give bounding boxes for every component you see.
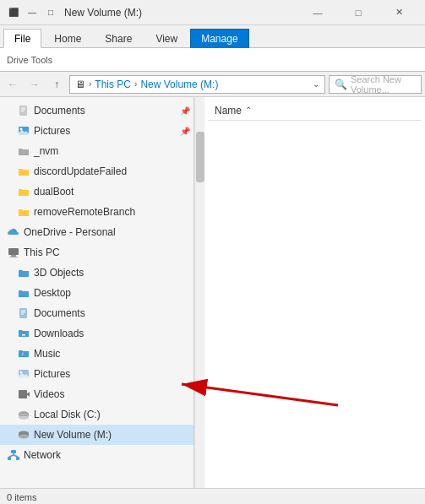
music-icon: ♪ <box>17 347 30 360</box>
path-arrow-1: › <box>89 79 91 89</box>
svg-rect-14 <box>22 334 25 336</box>
title-bar: ⬛ — □ New Volume (M:) — □ ✕ <box>0 0 425 25</box>
svg-rect-7 <box>11 255 16 257</box>
sidebar: Documents 📌 Pictures 📌 _nvm <box>0 97 194 488</box>
minimize-button[interactable]: — <box>298 0 337 25</box>
folder-icon-3dobjects <box>17 266 30 279</box>
file-empty-message <box>208 121 422 134</box>
sidebar-label-thispc: This PC <box>24 247 60 258</box>
sidebar-item-downloads[interactable]: Downloads <box>0 323 193 344</box>
sidebar-label-documents-pc: Documents <box>34 307 85 319</box>
sidebar-item-nvm[interactable]: _nvm <box>0 141 193 161</box>
close-button[interactable]: ✕ <box>379 0 418 25</box>
svg-rect-29 <box>16 457 19 460</box>
sidebar-label-music: Music <box>34 348 60 360</box>
sidebar-item-removeremote[interactable]: removeRemoteBranch <box>0 202 193 222</box>
search-icon: 🔍 <box>335 79 347 90</box>
ribbon: File Home Share View Manage Drive Tools <box>0 25 425 72</box>
sidebar-label-onedrive: OneDrive - Personal <box>24 226 116 238</box>
sidebar-label-desktop: Desktop <box>34 287 71 299</box>
sidebar-item-onedrive[interactable]: OneDrive - Personal <box>0 222 193 242</box>
window-icon: ⬛ <box>7 6 20 19</box>
sidebar-item-3dobjects[interactable]: 3D Objects <box>0 263 193 283</box>
network-icon <box>7 448 20 462</box>
svg-point-22 <box>19 415 29 420</box>
svg-line-32 <box>14 455 18 457</box>
sidebar-item-localc[interactable]: Local Disk (C:) <box>0 404 193 425</box>
ribbon-tabs: File Home Share View Manage <box>0 25 425 47</box>
ribbon-group-label: Drive Tools <box>7 55 52 65</box>
svg-rect-0 <box>19 106 27 116</box>
svg-rect-9 <box>19 308 27 318</box>
sidebar-label-discord: discordUpdateFailed <box>34 165 127 177</box>
cloud-icon <box>7 225 20 239</box>
path-thispc[interactable]: This PC <box>95 79 131 90</box>
sidebar-item-newvol[interactable]: New Volume (M:) <box>0 425 193 445</box>
address-path[interactable]: 🖥 › This PC › New Volume (M:) ⌄ <box>69 75 325 94</box>
restore-icon-small[interactable]: □ <box>44 6 57 19</box>
sidebar-label-downloads: Downloads <box>34 328 84 339</box>
search-placeholder: Search New Volume... <box>351 74 416 95</box>
up-button[interactable]: ↑ <box>47 75 66 94</box>
tab-home[interactable]: Home <box>43 29 92 47</box>
tab-manage[interactable]: Manage <box>190 29 248 48</box>
sidebar-label-3dobjects: 3D Objects <box>34 267 84 279</box>
window-title: New Volume (M:) <box>64 7 298 19</box>
column-name[interactable]: Name <box>215 105 242 117</box>
sidebar-item-music[interactable]: ♪ Music <box>0 344 193 364</box>
tab-share[interactable]: Share <box>94 29 143 47</box>
tab-view[interactable]: View <box>144 29 188 47</box>
sidebar-scrollbar-thumb[interactable] <box>196 132 204 182</box>
video-icon <box>17 387 30 401</box>
download-icon <box>17 327 30 340</box>
pic-icon <box>17 124 30 138</box>
file-area: Name ⌃ <box>204 97 425 488</box>
folder-icon-removeremote <box>17 205 30 219</box>
status-bar: 0 items <box>0 488 425 504</box>
sidebar-label-removeremote: removeRemoteBranch <box>34 206 135 218</box>
file-area-header[interactable]: Name ⌃ <box>208 100 422 121</box>
doc-icon-pc <box>17 306 30 320</box>
pic-icon-pc <box>17 367 30 381</box>
search-box[interactable]: 🔍 Search New Volume... <box>329 75 422 94</box>
disk-icon-m <box>17 428 30 442</box>
sidebar-item-videos[interactable]: Videos <box>0 384 193 404</box>
sidebar-scrollbar[interactable] <box>194 97 204 488</box>
sidebar-label-localc: Local Disk (C:) <box>34 409 101 420</box>
main-area: Documents 📌 Pictures 📌 _nvm <box>0 97 425 488</box>
folder-icon-desktop <box>17 286 30 300</box>
sidebar-label-videos: Videos <box>34 388 64 400</box>
forward-button[interactable]: → <box>25 75 44 94</box>
tab-file[interactable]: File <box>3 29 41 48</box>
status-text: 0 items <box>7 492 36 502</box>
sidebar-item-desktop[interactable]: Desktop <box>0 283 193 303</box>
sidebar-item-pictures-pc[interactable]: Pictures <box>0 364 193 384</box>
path-newvol[interactable]: New Volume (M:) <box>140 79 218 90</box>
pin-icon-pictures: 📌 <box>180 127 190 136</box>
path-dropdown-chevron[interactable]: ⌄ <box>313 79 319 89</box>
svg-rect-8 <box>9 257 18 257</box>
minimize-icon-small[interactable]: — <box>25 6 39 19</box>
folder-icon-discord <box>17 165 30 178</box>
svg-point-26 <box>19 435 29 439</box>
sidebar-label-pictures-pc: Pictures <box>34 368 70 380</box>
sort-arrow: ⌃ <box>245 106 252 115</box>
sidebar-item-documents[interactable]: Documents 📌 <box>0 100 193 121</box>
back-button[interactable]: ← <box>3 75 22 94</box>
sidebar-item-pictures-pinned[interactable]: Pictures 📌 <box>0 121 193 141</box>
folder-icon-nvm <box>17 144 30 158</box>
svg-rect-28 <box>8 457 11 460</box>
maximize-button[interactable]: □ <box>339 0 378 25</box>
sidebar-label-dualboot: dualBoot <box>34 186 74 198</box>
sidebar-label-network: Network <box>24 449 61 461</box>
sidebar-label-newvol: New Volume (M:) <box>34 429 112 441</box>
svg-text:♪: ♪ <box>21 350 25 356</box>
svg-rect-27 <box>11 450 16 453</box>
sidebar-item-thispc[interactable]: This PC <box>0 242 193 263</box>
ribbon-content: Drive Tools <box>0 47 425 71</box>
sidebar-item-dualboot[interactable]: dualBoot <box>0 182 193 202</box>
sidebar-item-network[interactable]: Network <box>0 445 193 465</box>
svg-rect-6 <box>8 248 19 255</box>
sidebar-item-discord[interactable]: discordUpdateFailed <box>0 161 193 182</box>
sidebar-item-documents-pc[interactable]: Documents <box>0 303 193 323</box>
